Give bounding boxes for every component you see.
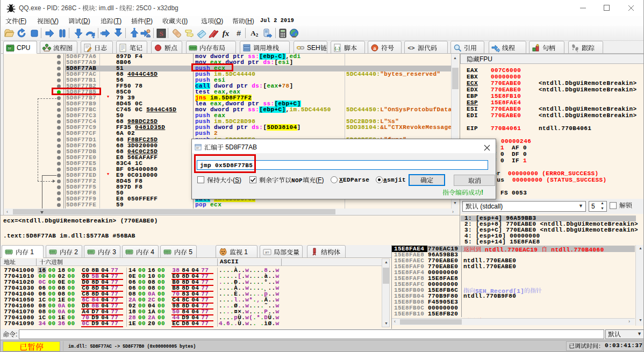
svg-text:32: 32 (8, 47, 11, 50)
svg-text:<>: <> (408, 45, 415, 51)
svg-text:2: 2 (256, 32, 259, 38)
svg-text:x=: x= (264, 250, 269, 254)
svg-text:#: # (237, 29, 241, 38)
svg-text:{..}: {..} (334, 46, 340, 51)
svg-text:S: S (159, 30, 163, 38)
svg-text:fx: fx (223, 29, 230, 38)
